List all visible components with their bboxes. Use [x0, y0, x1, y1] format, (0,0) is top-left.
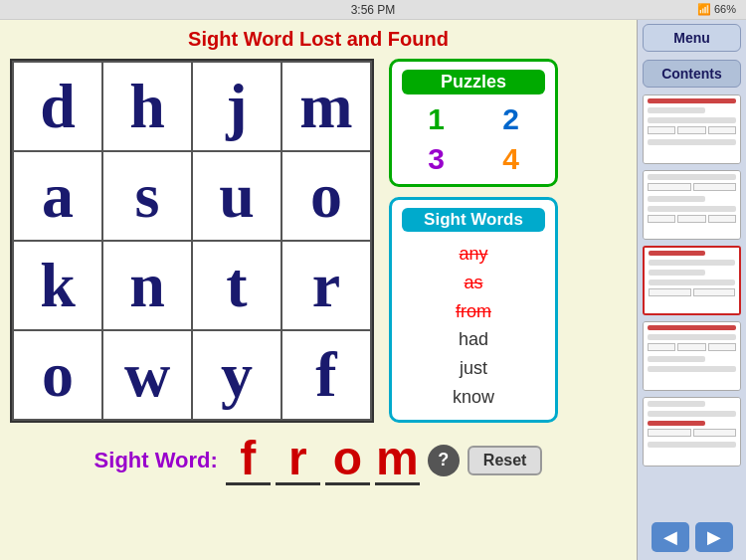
nav-arrows: ◀ ▶ — [638, 514, 746, 560]
sight-word-from: from — [402, 297, 545, 326]
answer-letter-o: o — [325, 435, 370, 485]
sight-word-any: any — [402, 240, 545, 269]
letter-grid: dhjmasuokntrowyf — [10, 59, 374, 423]
app-title: Sight Word Lost and Found — [188, 28, 449, 51]
grid-cell-2-0[interactable]: k — [13, 241, 102, 330]
sidebar-thumbnail-2[interactable] — [643, 170, 741, 240]
middle-row: dhjmasuokntrowyf Puzzles 1 2 3 4 Sight W… — [10, 59, 627, 423]
grid-cell-1-1[interactable]: s — [102, 151, 192, 241]
grid-cell-0-0[interactable]: d — [13, 62, 102, 151]
puzzles-title: Puzzles — [402, 70, 545, 94]
menu-button[interactable]: Menu — [643, 24, 741, 52]
main-container: Sight Word Lost and Found dhjmasuokntrow… — [0, 20, 746, 560]
sidebar-thumbnail-3[interactable] — [643, 246, 741, 315]
puzzle-num-3[interactable]: 3 — [402, 142, 470, 176]
sight-word-had: had — [402, 325, 545, 354]
grid-cell-0-1[interactable]: h — [102, 62, 192, 151]
help-button[interactable]: ? — [428, 445, 460, 476]
sight-word-list: anyasfromhadjustknow — [402, 240, 545, 412]
grid-cell-1-3[interactable]: o — [281, 151, 371, 241]
puzzle-num-4[interactable]: 4 — [476, 142, 545, 176]
next-button[interactable]: ▶ — [695, 522, 733, 552]
grid-cell-0-3[interactable]: m — [281, 62, 371, 151]
puzzles-numbers: 1 2 3 4 — [402, 102, 545, 176]
grid-cell-2-3[interactable]: r — [281, 241, 371, 330]
answer-letters: from — [226, 435, 420, 485]
status-time: 3:56 PM — [0, 3, 746, 17]
grid-cell-3-1[interactable]: w — [102, 330, 192, 420]
grid-table: dhjmasuokntrowyf — [12, 61, 372, 421]
puzzle-num-2[interactable]: 2 — [476, 102, 545, 136]
grid-cell-1-0[interactable]: a — [13, 151, 102, 241]
sidebar-thumbnail-5[interactable] — [643, 397, 741, 467]
answer-letter-m: m — [375, 435, 420, 485]
grid-cell-0-2[interactable]: j — [192, 62, 281, 151]
status-bar: 3:56 PM 📶 66% — [0, 0, 746, 20]
sight-word-know: know — [402, 383, 545, 412]
prev-button[interactable]: ◀ — [652, 522, 689, 552]
grid-cell-1-2[interactable]: u — [192, 151, 281, 241]
sight-word-as: as — [402, 269, 545, 297]
right-sidebar: Menu Contents — [637, 20, 746, 560]
puzzles-panel: Puzzles 1 2 3 4 — [389, 59, 558, 187]
puzzle-num-1[interactable]: 1 — [402, 102, 470, 136]
grid-cell-2-2[interactable]: t — [192, 241, 281, 330]
grid-cell-3-0[interactable]: o — [13, 330, 102, 420]
sidebar-thumbnail-1[interactable] — [643, 94, 741, 164]
bottom-area: Sight Word: from ? Reset — [10, 435, 627, 485]
right-panels: Puzzles 1 2 3 4 Sight Words anyasfromhad… — [389, 59, 558, 423]
grid-cell-3-3[interactable]: f — [281, 330, 371, 420]
grid-cell-3-2[interactable]: y — [192, 330, 281, 420]
contents-button[interactable]: Contents — [643, 60, 741, 88]
sightwords-title: Sight Words — [402, 208, 545, 232]
answer-letter-f: f — [226, 435, 271, 485]
reset-button[interactable]: Reset — [467, 446, 543, 475]
sight-word-label: Sight Word: — [94, 448, 218, 473]
answer-letter-r: r — [276, 435, 320, 485]
sight-word-just: just — [402, 354, 545, 383]
grid-cell-2-1[interactable]: n — [102, 241, 192, 330]
sightwords-panel: Sight Words anyasfromhadjustknow — [389, 197, 558, 423]
content-area: Sight Word Lost and Found dhjmasuokntrow… — [0, 20, 637, 560]
sidebar-thumbnail-4[interactable] — [643, 321, 741, 391]
status-icons: 📶 66% — [697, 3, 736, 16]
